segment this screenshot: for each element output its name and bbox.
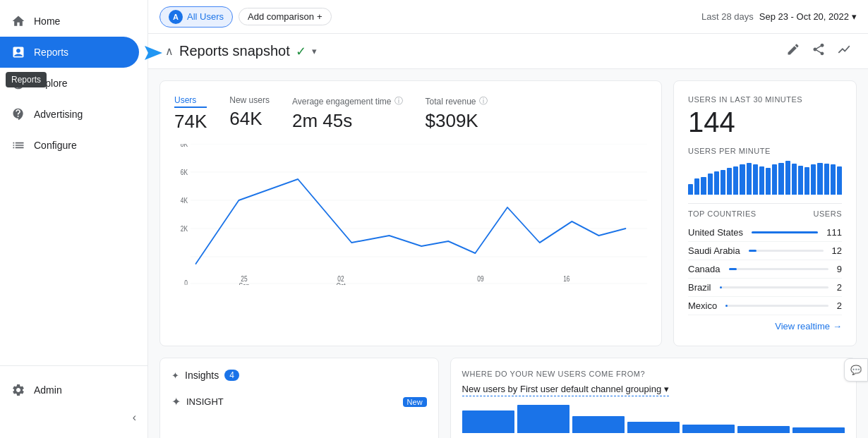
sidebar-item-advertising[interactable]: Advertising [0,99,139,130]
section-collapse-btn[interactable]: ∧ [165,44,174,58]
country-bar-area [720,286,828,288]
engagement-value: 2m 45s [292,110,403,132]
sidebar-item-reports-label: Reports [34,47,68,58]
sidebar-bottom: Admin ‹ [0,365,147,438]
where-bar [792,427,845,433]
last-days-label: Last 28 days [701,11,754,22]
stats-chart-row: Users 74K New users 64K Average engageme… [159,80,857,346]
sidebar-collapse-btn[interactable]: ‹ [0,406,147,430]
where-bar [572,416,625,433]
view-realtime-btn[interactable]: View realtime → [688,321,842,331]
country-row: Mexico 2 [688,297,842,315]
country-count: 9 [837,264,842,274]
add-comparison-btn[interactable]: Add comparison + [239,8,332,25]
revenue-value: $309K [426,110,488,132]
country-bar-fill [729,268,737,270]
where-bar [737,426,790,433]
insights-count-badge: 4 [224,370,239,381]
add-icon: + [317,11,323,22]
country-count: 2 [837,300,842,311]
configure-icon [11,138,25,152]
bottom-row: ✦ Insights 4 ✦ INSIGHT New WHERE DO YOUR… [159,358,857,438]
svg-text:16: 16 [563,274,569,283]
countries-list: United States 111 Saudi Arabia 12 Canada… [688,224,842,315]
where-bar [462,410,514,433]
top-countries-header: TOP COUNTRIES USERS [688,203,842,218]
users-column-label: USERS [814,209,842,218]
realtime-card: USERS IN LAST 30 MINUTES 144 USERS PER M… [673,80,857,346]
sidebar-item-reports[interactable]: Reports [0,37,139,68]
segment-label: All Users [187,11,224,22]
bar-chart-bar [811,164,816,195]
bar-chart-bar [766,168,771,195]
insights-card: ✦ Insights 4 ✦ INSIGHT New [159,358,439,438]
country-row: Saudi Arabia 12 [688,242,842,260]
view-realtime-label: View realtime [775,321,830,331]
share-icon[interactable] [812,42,826,60]
all-users-segment-btn[interactable]: A All Users [159,6,233,28]
country-name: United States [688,227,743,238]
country-bar-area [729,268,828,270]
page-header-actions [786,42,851,60]
reports-icon [11,45,25,59]
where-bar [627,422,680,433]
country-count: 12 [832,245,842,256]
country-bar-fill [720,286,722,288]
sidebar-item-configure[interactable]: Configure [0,130,139,161]
svg-text:8K: 8K [181,144,188,148]
bar-chart-bar [688,184,693,195]
country-bar-fill [752,231,818,233]
app-container: Home Reports Reports Explore [0,0,868,438]
chart-svg: 8K 6K 4K 2K 0 25 Sep 02 Oct 0 [174,144,647,285]
users-label: Users [174,95,207,108]
sidebar-item-advertising-label: Advertising [34,109,83,120]
bar-chart-bar [798,166,803,195]
country-bar-fill [749,250,757,252]
stats-chart-card: Users 74K New users 64K Average engageme… [159,80,662,346]
insight-label: INSIGHT [186,396,224,407]
bar-chart-bar [804,167,809,195]
bar-chart-bar [694,178,699,195]
date-range-text: Sep 23 - Oct 20, 2022 [759,11,849,22]
title-dropdown-icon[interactable]: ▾ [312,46,317,56]
sidebar-item-home[interactable]: Home [0,6,139,37]
arrow-icon: → [833,321,842,331]
stats-row: Users 74K New users 64K Average engageme… [174,95,647,133]
bar-chart-bar [733,166,738,195]
sidebar: Home Reports Reports Explore [0,0,148,438]
where-dropdown-label: New users by First user default channel … [462,384,662,394]
engagement-label: Average engagement time ⓘ [292,95,403,107]
new-users-stat: New users 64K [229,95,270,133]
feedback-btn[interactable]: 💬 [844,358,868,382]
country-bar-area [725,305,828,307]
arrow-indicator [138,42,166,66]
country-bar-area [752,231,818,233]
edit-icon[interactable] [786,42,800,60]
insights-title: Insights [185,370,219,381]
users-per-minute-label: USERS PER MINUTE [688,147,842,155]
bar-chart-bar [792,164,797,195]
chart-explore-icon[interactable] [837,42,851,60]
page-title-area: ∧ Reports snapshot ✓ ▾ [165,43,317,59]
top-bar-right: Last 28 days Sep 23 - Oct 20, 2022 ▾ [701,11,857,22]
insight-sparkle-icon: ✦ [171,395,181,408]
date-range-picker[interactable]: Sep 23 - Oct 20, 2022 ▾ [759,11,857,22]
engagement-stat: Average engagement time ⓘ 2m 45s [292,95,403,133]
where-title: WHERE DO YOUR NEW USERS COME FROM? [462,370,845,378]
revenue-label: Total revenue ⓘ [426,95,488,107]
collapse-icon: ‹ [133,411,136,424]
where-bar [682,425,735,433]
new-users-value: 64K [229,108,270,130]
country-row: Brazil 2 [688,279,842,297]
bar-chart-bar [759,166,764,195]
new-badge: New [403,397,427,407]
country-count: 2 [837,282,842,293]
reports-tooltip: Reports [6,72,47,87]
svg-marker-0 [145,46,162,60]
where-dropdown[interactable]: New users by First user default channel … [462,384,670,396]
add-comparison-label: Add comparison [248,11,314,22]
bar-chart-bar [778,163,783,195]
sidebar-item-admin[interactable]: Admin [0,375,139,406]
top-bar: A All Users Add comparison + Last 28 day… [148,0,868,34]
svg-text:0: 0 [184,279,188,285]
